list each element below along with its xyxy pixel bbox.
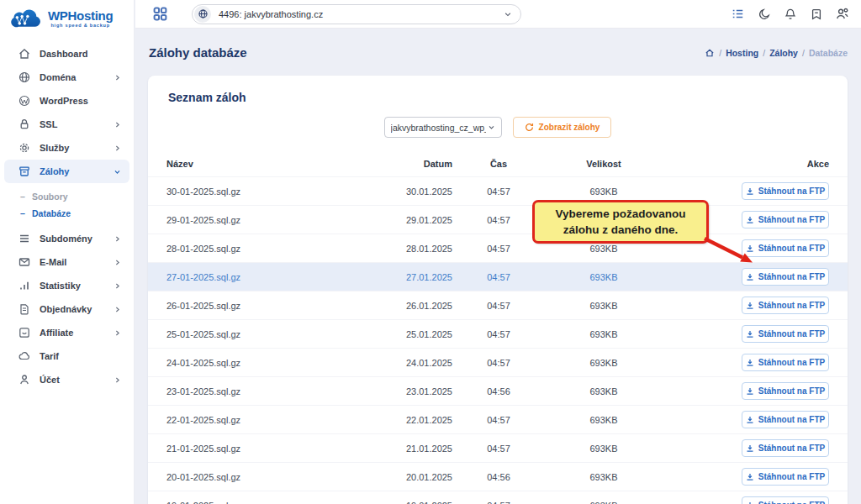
brand-name: WPHosting — [48, 9, 113, 22]
mail-icon — [17, 255, 31, 270]
bell-icon[interactable] — [783, 7, 797, 21]
sidebar-item-objednavky[interactable]: Objednávky — [0, 297, 134, 321]
table-row: 22-01-2025.sql.gz 22.01.2025 04:57 693KB… — [148, 405, 848, 433]
brand-tagline: high speed & backup — [48, 24, 113, 29]
globe-icon — [194, 6, 211, 23]
sidebar-item-email[interactable]: E-Mail — [0, 250, 134, 274]
backup-size: 693KB — [545, 472, 663, 482]
sidebar-nav: Dashboard Doména WordPress SSL Služby Zá… — [0, 39, 134, 391]
sidebar-subitem-label: Soubory — [32, 192, 68, 202]
sidebar-item-domena[interactable]: Doména — [0, 66, 134, 89]
backup-name: 26-01-2025.sql.gz — [166, 301, 377, 311]
breadcrumb-separator: / — [763, 48, 765, 58]
chevron-right-icon — [114, 258, 122, 266]
backup-size: 693KB — [545, 415, 663, 425]
backup-time: 04:57 — [452, 415, 545, 425]
sidebar-item-tarif[interactable]: Tarif — [0, 344, 134, 368]
backup-date: 19.01.2025 — [377, 501, 452, 504]
sidebar-subitem-soubory[interactable]: – Soubory — [0, 188, 134, 205]
chevron-right-icon — [114, 234, 122, 243]
topbar: 4496: jakvybrathosting.cz — [135, 0, 861, 29]
sidebar-item-ucet[interactable]: Účet — [0, 368, 134, 391]
backup-time: 04:57 — [452, 329, 545, 339]
database-select[interactable]: jakvybrathosting_cz_wp_17 — [384, 117, 502, 138]
backup-name: 25-01-2025.sql.gz — [166, 329, 377, 339]
gear-icon — [17, 141, 31, 155]
download-ftp-button[interactable]: Stáhnout na FTP — [742, 439, 829, 457]
sidebar-item-statistiky[interactable]: Statistiky — [0, 274, 134, 297]
col-cas: Čas — [452, 159, 545, 169]
backup-date: 23.01.2025 — [377, 386, 452, 396]
list-icon[interactable] — [731, 7, 745, 21]
download-ftp-button[interactable]: Stáhnout na FTP — [742, 411, 829, 428]
download-ftp-button[interactable]: Stáhnout na FTP — [742, 211, 829, 228]
download-ftp-button[interactable]: Stáhnout na FTP — [742, 354, 829, 371]
subitem-bullet: – — [20, 208, 32, 218]
breadcrumb-hosting[interactable]: Hosting — [726, 48, 758, 58]
download-ftp-button[interactable]: Stáhnout na FTP — [742, 182, 829, 200]
chevron-right-icon — [114, 73, 122, 81]
bar-chart-icon — [17, 279, 31, 293]
cloud-icon — [17, 349, 31, 364]
chevron-down-icon — [114, 167, 122, 176]
col-nazev: Název — [166, 159, 377, 169]
apps-grid-icon[interactable] — [152, 6, 169, 23]
users-icon[interactable] — [835, 7, 849, 21]
annotation-arrow — [703, 237, 755, 267]
annotation-line2: zálohu z daného dne. — [540, 222, 701, 238]
user-icon — [17, 373, 31, 387]
breadcrumb-separator: / — [719, 48, 721, 58]
col-akce: Akce — [663, 159, 829, 169]
breadcrumb-separator: / — [802, 48, 805, 58]
page-title: Zálohy databáze — [149, 45, 247, 60]
sidebar-item-zalohy[interactable]: Zálohy — [4, 160, 129, 183]
download-ftp-button[interactable]: Stáhnout na FTP — [742, 382, 829, 400]
download-ftp-button[interactable]: Stáhnout na FTP — [742, 468, 829, 486]
sidebar-item-sluzby[interactable]: Služby — [0, 136, 134, 160]
download-ftp-button[interactable]: Stáhnout na FTP — [742, 325, 829, 343]
backup-size: 693KB — [545, 329, 663, 339]
table-row: 20-01-2025.sql.gz 20.01.2025 04:56 693KB… — [148, 462, 848, 491]
show-backups-button[interactable]: Zobrazit zálohy — [513, 117, 612, 138]
bookmark-icon[interactable] — [809, 7, 823, 21]
table-row: 26-01-2025.sql.gz 26.01.2025 04:57 693KB… — [148, 291, 848, 319]
cloud-logo-icon — [10, 8, 44, 30]
backup-name: 20-01-2025.sql.gz — [166, 472, 377, 482]
backup-size: 693KB — [545, 501, 663, 504]
backup-size: 693KB — [545, 272, 663, 282]
download-ftp-button[interactable]: Stáhnout na FTP — [742, 297, 829, 314]
chevron-right-icon — [114, 281, 122, 290]
download-ftp-button[interactable]: Stáhnout na FTP — [742, 268, 829, 286]
home-icon[interactable] — [705, 48, 715, 58]
backup-size: 693KB — [545, 186, 663, 197]
sidebar-item-dashboard[interactable]: Dashboard — [0, 42, 134, 66]
brand-logo[interactable]: WPHosting high speed & backup — [0, 0, 134, 39]
sidebar-item-affiliate[interactable]: Affiliate — [0, 321, 134, 344]
chevron-right-icon — [114, 375, 122, 384]
breadcrumb-zalohy[interactable]: Zálohy — [769, 48, 798, 58]
sidebar-item-ssl[interactable]: SSL — [0, 113, 134, 136]
table-row: 23-01-2025.sql.gz 23.01.2025 04:56 693KB… — [148, 376, 848, 405]
annotation-line1: Vybereme požadovanou — [540, 206, 701, 222]
globe-icon — [17, 71, 31, 85]
col-datum: Datum — [377, 159, 452, 169]
list-icon — [17, 232, 31, 246]
download-ftp-button[interactable]: Stáhnout na FTP — [742, 496, 829, 504]
backup-date: 28.01.2025 — [377, 244, 452, 254]
backup-date: 20.01.2025 — [377, 472, 452, 482]
sidebar-item-wordpress[interactable]: WordPress — [0, 89, 134, 113]
backup-size: 693KB — [545, 386, 663, 396]
sidebar-item-subdomeny[interactable]: Subdomény — [0, 227, 134, 250]
backup-size: 693KB — [545, 301, 663, 311]
sidebar-item-label: Zálohy — [40, 166, 114, 176]
backup-size: 693KB — [545, 244, 663, 254]
backup-time: 04:57 — [452, 186, 545, 197]
smile-box-icon — [17, 326, 31, 340]
sidebar-item-label: Subdomény — [40, 234, 114, 244]
moon-icon[interactable] — [757, 7, 771, 21]
chevron-right-icon — [114, 144, 122, 152]
domain-select[interactable]: 4496: jakvybrathosting.cz — [192, 4, 521, 24]
backup-name: 27-01-2025.sql.gz — [166, 272, 377, 282]
backup-date: 26.01.2025 — [377, 301, 452, 311]
sidebar-subitem-databaze[interactable]: – Databáze — [0, 205, 134, 222]
